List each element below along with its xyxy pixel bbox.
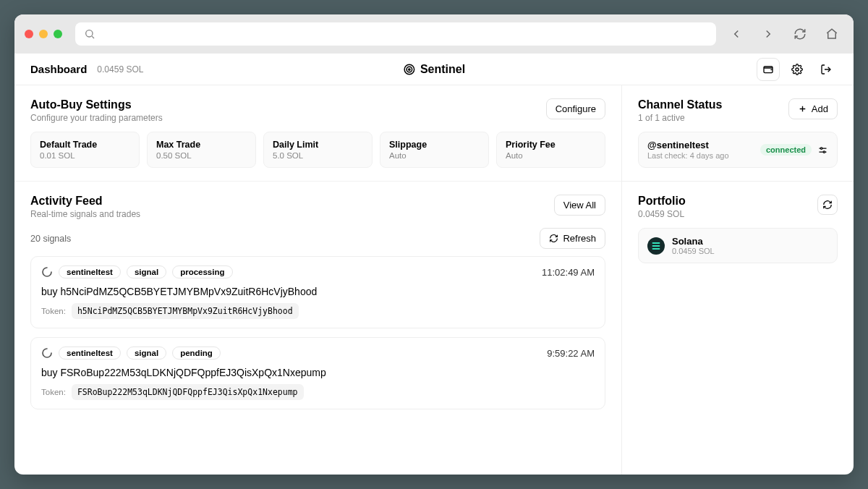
header-left: Dashboard 0.0459 SOL (30, 63, 143, 75)
activity-time: 9:59:22 AM (547, 348, 595, 359)
card-value: 5.0 SOL (273, 151, 363, 160)
brand-logo-icon (403, 63, 416, 76)
right-column: Channel Status 1 of 1 active Add @sentin… (622, 85, 854, 475)
card-value: Auto (506, 151, 596, 160)
left-column: Auto-Buy Settings Configure your trading… (14, 85, 622, 475)
card-value: 0.50 SOL (156, 151, 247, 160)
gear-icon (791, 64, 803, 75)
channel-status-section: Channel Status 1 of 1 active Add @sentin… (622, 85, 854, 181)
configure-button[interactable]: Configure (546, 98, 605, 119)
svg-point-4 (409, 68, 410, 69)
channel-item[interactable]: @sentineltest Last check: 4 days ago con… (638, 132, 838, 168)
refresh-button[interactable]: Refresh (540, 228, 605, 249)
card-value: Auto (389, 151, 480, 160)
activity-body: buy h5NciPdMZ5QCB5BYETJMYBMpVx9ZuitR6HcV… (41, 286, 595, 297)
setting-card-priority-fee[interactable]: Priority Fee Auto (496, 132, 605, 168)
token-label: Token: (41, 388, 66, 396)
nav-back-button[interactable] (725, 22, 748, 46)
sliders-icon[interactable] (817, 145, 828, 156)
svg-point-0 (86, 30, 93, 37)
refresh-label: Refresh (563, 233, 596, 244)
svg-point-6 (796, 68, 799, 71)
logout-button[interactable] (814, 58, 838, 81)
window-minimize-icon[interactable] (39, 30, 48, 38)
portfolio-refresh-button[interactable] (817, 195, 838, 215)
logout-icon (820, 64, 832, 75)
card-label: Daily Limit (273, 140, 363, 150)
refresh-icon (549, 234, 558, 243)
activity-source-pill: sentineltest (59, 346, 121, 360)
settings-button[interactable] (786, 58, 809, 81)
chevron-left-icon (730, 27, 743, 41)
card-label: Slippage (389, 140, 480, 150)
autobuy-subtitle: Configure your trading parameters (30, 113, 163, 123)
activity-item[interactable]: sentineltest signal pending 9:59:22 AM b… (30, 337, 605, 409)
card-label: Default Trade (40, 140, 130, 150)
svg-point-11 (820, 147, 822, 149)
activity-item[interactable]: sentineltest signal processing 11:02:49 … (30, 256, 605, 328)
browser-chrome (14, 14, 854, 54)
wallet-button[interactable] (757, 58, 780, 81)
channels-subtitle: 1 of 1 active (638, 113, 722, 123)
main-content: Auto-Buy Settings Configure your trading… (14, 85, 854, 475)
portfolio-item[interactable]: Solana 0.0459 SOL (638, 228, 838, 263)
loading-icon (41, 347, 53, 359)
signals-count: 20 signals (30, 234, 71, 244)
nav-reload-button[interactable] (788, 22, 812, 46)
window-close-icon[interactable] (25, 30, 33, 38)
activity-time: 11:02:49 AM (542, 267, 595, 278)
view-all-label: View All (563, 200, 596, 211)
setting-card-default-trade[interactable]: Default Trade 0.01 SOL (30, 132, 140, 168)
channel-subtitle: Last check: 4 days ago (647, 151, 729, 160)
refresh-icon (822, 200, 833, 210)
brand: Sentinel (403, 63, 465, 76)
activity-title: Activity Feed (30, 195, 140, 208)
wallet-icon (762, 64, 774, 75)
brand-name: Sentinel (420, 63, 465, 76)
view-all-button[interactable]: View All (554, 195, 605, 216)
svg-point-13 (823, 150, 825, 153)
activity-source-pill: sentineltest (59, 265, 121, 278)
app-header: Dashboard 0.0459 SOL Sentinel (14, 54, 854, 85)
token-chip[interactable]: h5NciPdMZ5QCB5BYETJMYBMpVx9ZuitR6HcVjyBh… (72, 303, 299, 319)
activity-status-pill: processing (172, 265, 232, 278)
portfolio-title: Portfolio (638, 195, 686, 208)
channel-name: @sentineltest (647, 140, 729, 150)
nav-forward-button[interactable] (757, 22, 780, 46)
header-right (757, 58, 838, 81)
card-label: Priority Fee (506, 140, 596, 150)
search-icon (84, 28, 95, 40)
nav-home-button[interactable] (820, 22, 843, 46)
plus-icon (798, 104, 807, 114)
auto-buy-section: Auto-Buy Settings Configure your trading… (14, 85, 621, 181)
svg-line-1 (92, 36, 94, 38)
setting-card-daily-limit[interactable]: Daily Limit 5.0 SOL (263, 132, 373, 168)
activity-status-pill: pending (172, 346, 221, 360)
app-window: Dashboard 0.0459 SOL Sentinel (14, 14, 854, 475)
token-chip[interactable]: FSRoBup222M53qLDKNjQDFQppfEJ3QisXpQx1Nxe… (72, 384, 304, 400)
traffic-lights (25, 30, 62, 38)
activity-section: Activity Feed Real-time signals and trad… (14, 181, 621, 431)
add-channel-button[interactable]: Add (788, 98, 838, 119)
autobuy-title: Auto-Buy Settings (30, 98, 163, 111)
activity-subtitle: Real-time signals and trades (30, 209, 140, 219)
setting-card-max-trade[interactable]: Max Trade 0.50 SOL (147, 132, 256, 168)
add-label: Add (812, 103, 828, 114)
channels-title: Channel Status (638, 98, 722, 111)
window-maximize-icon[interactable] (54, 30, 62, 38)
configure-label: Configure (556, 103, 596, 114)
portfolio-section: Portfolio 0.0459 SOL Solana 0.0459 SOL (622, 181, 854, 276)
settings-cards: Default Trade 0.01 SOL Max Trade 0.50 SO… (30, 132, 605, 168)
chevron-right-icon (762, 27, 775, 41)
status-badge: connected (760, 144, 812, 156)
activity-kind-pill: signal (127, 346, 166, 360)
activity-kind-pill: signal (127, 265, 166, 278)
card-label: Max Trade (156, 140, 247, 150)
home-icon (825, 27, 838, 41)
header-balance: 0.0459 SOL (97, 64, 143, 75)
portfolio-item-name: Solana (672, 236, 715, 247)
setting-card-slippage[interactable]: Slippage Auto (380, 132, 489, 168)
activity-body: buy FSRoBup222M53qLDKNjQDFQppfEJ3QisXpQx… (41, 367, 595, 378)
portfolio-subtitle: 0.0459 SOL (638, 209, 686, 219)
url-bar[interactable] (75, 22, 716, 46)
